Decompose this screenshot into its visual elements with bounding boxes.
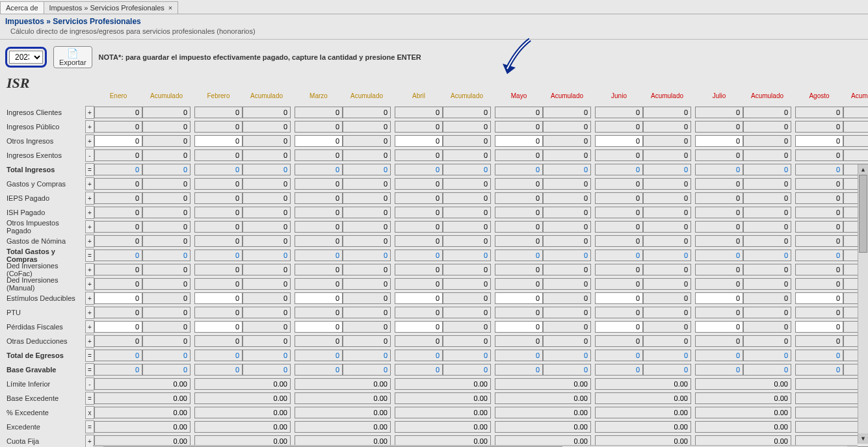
value-input[interactable] (295, 307, 343, 318)
value-input[interactable] (295, 392, 391, 404)
value-input[interactable] (495, 121, 543, 133)
breadcrumb-seg1[interactable]: Impuestos (5, 17, 44, 26)
value-input[interactable] (695, 407, 791, 418)
value-input[interactable] (94, 135, 142, 147)
value-input[interactable] (94, 421, 191, 433)
value-input[interactable] (595, 207, 643, 218)
value-input[interactable] (795, 207, 843, 218)
value-input[interactable] (495, 292, 543, 304)
value-input[interactable] (795, 292, 843, 304)
value-input[interactable] (495, 235, 543, 247)
value-input[interactable] (595, 307, 643, 318)
value-input[interactable] (795, 235, 843, 247)
value-input[interactable] (695, 292, 743, 304)
value-input[interactable] (295, 149, 343, 161)
value-input[interactable] (94, 307, 142, 318)
value-input[interactable] (695, 207, 743, 218)
value-input[interactable] (94, 378, 191, 390)
value-input[interactable] (795, 149, 843, 161)
value-input[interactable] (395, 135, 443, 147)
value-input[interactable] (194, 278, 243, 290)
value-input[interactable] (295, 107, 343, 118)
breadcrumb-seg2[interactable]: Servicios Profesionales (53, 17, 140, 26)
value-input[interactable] (495, 221, 543, 233)
value-input[interactable] (94, 107, 142, 118)
value-input[interactable] (194, 178, 243, 190)
value-input[interactable] (295, 207, 343, 218)
value-input[interactable] (194, 135, 243, 147)
value-input[interactable] (295, 121, 343, 133)
value-input[interactable] (395, 264, 443, 275)
value-input[interactable] (295, 321, 343, 333)
value-input[interactable] (94, 207, 142, 218)
value-input[interactable] (295, 192, 343, 204)
value-input[interactable] (695, 421, 791, 433)
value-input[interactable] (495, 135, 543, 147)
close-icon[interactable]: × (168, 4, 172, 12)
value-input[interactable] (295, 235, 343, 247)
value-input[interactable] (695, 192, 743, 204)
value-input[interactable] (94, 235, 142, 247)
value-input[interactable] (595, 421, 691, 433)
export-button[interactable]: 📄 Exportar (53, 46, 92, 68)
value-input[interactable] (94, 321, 142, 333)
value-input[interactable] (194, 292, 243, 304)
value-input[interactable] (795, 221, 843, 233)
value-input[interactable] (695, 335, 743, 347)
value-input[interactable] (395, 278, 443, 290)
value-input[interactable] (94, 192, 142, 204)
value-input[interactable] (395, 307, 443, 318)
value-input[interactable] (595, 135, 643, 147)
value-input[interactable] (595, 264, 643, 275)
value-input[interactable] (94, 392, 191, 404)
value-input[interactable] (795, 264, 843, 275)
value-input[interactable] (695, 235, 743, 247)
value-input[interactable] (595, 407, 691, 418)
year-select[interactable]: 2023 (9, 51, 43, 64)
value-input[interactable] (495, 392, 591, 404)
value-input[interactable] (395, 335, 443, 347)
value-input[interactable] (595, 378, 691, 390)
value-input[interactable] (695, 278, 743, 290)
value-input[interactable] (695, 307, 743, 318)
value-input[interactable] (495, 178, 543, 190)
value-input[interactable] (295, 292, 343, 304)
value-input[interactable] (194, 207, 243, 218)
value-input[interactable] (194, 221, 243, 233)
value-input[interactable] (194, 264, 243, 275)
value-input[interactable] (695, 121, 743, 133)
value-input[interactable] (495, 107, 543, 118)
value-input[interactable] (795, 278, 843, 290)
value-input[interactable] (395, 378, 491, 390)
value-input[interactable] (194, 421, 291, 433)
value-input[interactable] (495, 307, 543, 318)
value-input[interactable] (94, 292, 142, 304)
tab-services[interactable]: Impuestos » Servicios Profesionales× (44, 1, 179, 14)
value-input[interactable] (395, 421, 491, 433)
value-input[interactable] (495, 321, 543, 333)
value-input[interactable] (795, 335, 843, 347)
value-input[interactable] (695, 264, 743, 275)
value-input[interactable] (194, 235, 243, 247)
scroll-down-icon[interactable]: ▼ (858, 433, 868, 444)
value-input[interactable] (595, 107, 643, 118)
value-input[interactable] (94, 278, 142, 290)
value-input[interactable] (395, 107, 443, 118)
value-input[interactable] (194, 407, 291, 418)
value-input[interactable] (194, 107, 243, 118)
value-input[interactable] (795, 307, 843, 318)
vertical-scrollbar[interactable]: ▲ ▼ (858, 164, 868, 444)
value-input[interactable] (295, 421, 391, 433)
value-input[interactable] (695, 149, 743, 161)
value-input[interactable] (94, 335, 142, 347)
tab-about[interactable]: Acerca de (0, 1, 44, 14)
value-input[interactable] (194, 192, 243, 204)
value-input[interactable] (295, 378, 391, 390)
value-input[interactable] (94, 407, 191, 418)
value-input[interactable] (194, 321, 243, 333)
value-input[interactable] (395, 221, 443, 233)
value-input[interactable] (94, 149, 142, 161)
value-input[interactable] (295, 335, 343, 347)
value-input[interactable] (395, 178, 443, 190)
value-input[interactable] (695, 135, 743, 147)
